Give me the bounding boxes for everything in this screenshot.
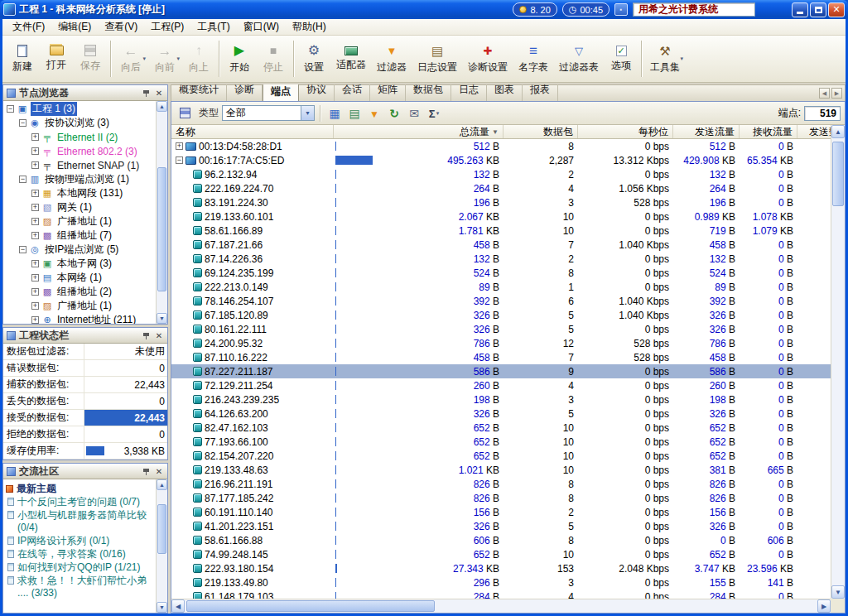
tab-诊断[interactable]: 诊断 xyxy=(227,84,263,101)
save-disk-button[interactable]: 保存 xyxy=(74,38,107,79)
table-row[interactable]: 219.133.48.631.021 KB100 bps381 B665 B5 xyxy=(171,463,831,477)
close-icon[interactable]: ✕ xyxy=(154,88,164,98)
menu-item[interactable]: 帮助(H) xyxy=(286,18,333,36)
expander-icon[interactable]: − xyxy=(19,119,26,127)
column-header[interactable]: 发送数据包 xyxy=(797,125,831,138)
expander-icon[interactable]: + xyxy=(176,142,183,150)
community-scrollbar[interactable]: ▲ ▼ xyxy=(156,479,167,613)
tree-item[interactable]: +▨广播地址 (1) xyxy=(3,299,156,313)
menu-item[interactable]: 窗口(W) xyxy=(237,18,286,36)
table-row[interactable]: 87.110.16.222458 B7528 bps458 B0 B7 xyxy=(171,350,831,364)
tab-概要统计[interactable]: 概要统计 xyxy=(171,84,227,101)
save-view-button[interactable] xyxy=(176,104,194,123)
tree-item[interactable]: +▤本网络 (1) xyxy=(3,271,156,285)
table-row[interactable]: 64.126.63.200326 B50 bps326 B0 B5 xyxy=(171,407,831,421)
expander-icon[interactable]: + xyxy=(31,204,39,211)
table-row[interactable]: 69.124.235.199524 B80 bps524 B0 B8 xyxy=(171,266,831,280)
arrow-up-button[interactable]: 向上 xyxy=(182,38,215,79)
table-row[interactable]: 222.169.224.70264 B41.056 Kbps264 B0 B4 xyxy=(171,181,831,195)
expander-icon[interactable]: + xyxy=(31,232,39,239)
report-button[interactable] xyxy=(345,104,364,123)
expander-icon[interactable]: + xyxy=(31,288,39,296)
table-row[interactable]: 67.187.21.66458 B71.040 Kbps458 B0 B7 xyxy=(171,238,831,252)
tools-button[interactable]: 工具集▾ xyxy=(645,38,685,79)
log-button[interactable]: 日志设置 xyxy=(412,38,462,79)
menu-item[interactable]: 工具(T) xyxy=(190,18,236,36)
indicator-toggle-button[interactable]: ▪ xyxy=(614,3,628,16)
filter-button[interactable] xyxy=(365,104,383,123)
column-header[interactable]: 名称 xyxy=(171,125,334,138)
expander-icon[interactable]: + xyxy=(31,161,39,169)
expander-icon[interactable]: + xyxy=(31,190,39,197)
tree-item[interactable]: −▥按物理端点浏览 (1) xyxy=(3,172,156,186)
column-header[interactable]: 数据包 xyxy=(504,125,578,138)
topic-link[interactable]: 在线等，寻求答案 (0/16) xyxy=(6,548,154,561)
expander-icon[interactable]: + xyxy=(31,133,39,141)
node-tree-scrollbar[interactable]: ▲ ▼ xyxy=(156,101,167,324)
tab-会话[interactable]: 会话 xyxy=(335,84,370,101)
table-horizontal-scrollbar[interactable]: ◀ ▶ xyxy=(171,599,831,613)
table-row[interactable]: 74.99.248.145652 B100 bps652 B0 B10 xyxy=(171,547,831,561)
tab-scroll-left-icon[interactable]: ◀ xyxy=(819,88,830,99)
pin-icon[interactable] xyxy=(142,331,151,340)
tab-日志[interactable]: 日志 xyxy=(451,84,487,101)
close-icon[interactable]: ✕ xyxy=(154,466,164,476)
tree-item[interactable]: +▨广播地址 (1) xyxy=(3,214,156,229)
expander-icon[interactable]: + xyxy=(31,274,39,282)
table-row[interactable]: 87.14.226.36132 B20 bps132 B0 B2 xyxy=(171,252,831,266)
scroll-up-icon[interactable]: ▲ xyxy=(157,479,167,490)
expander-icon[interactable]: − xyxy=(19,246,26,253)
tree-item[interactable]: +▣本地子网 (3) xyxy=(3,257,156,271)
adapter-button[interactable]: 适配器 xyxy=(331,38,371,79)
table-row[interactable]: −00:16:17:7A:C5:ED495.263 KB2,28713.312 … xyxy=(171,153,831,167)
expander-icon[interactable]: + xyxy=(31,316,39,324)
billing-system-box[interactable]: 用希之光计费系统 xyxy=(633,2,755,17)
table-row[interactable]: 222.213.0.14989 B10 bps89 B0 B1 xyxy=(171,280,831,294)
table-row[interactable]: 60.191.110.140156 B20 bps156 B0 B2 xyxy=(171,505,831,519)
table-vertical-scrollbar[interactable]: ▲ ▼ xyxy=(831,125,845,599)
table-row[interactable]: 87.227.211.187586 B90 bps586 B0 B9 xyxy=(171,364,831,378)
names-button[interactable]: 名字表 xyxy=(513,38,553,79)
column-header[interactable]: 总流量▼ xyxy=(334,125,504,138)
tree-item[interactable]: +▦本地网段 (131) xyxy=(3,186,156,200)
arrow-back-button[interactable]: 向后▾ xyxy=(114,38,147,79)
table-row[interactable]: 58.61.166.88606 B80 bps0 B606 B0 xyxy=(171,533,831,547)
topic-link[interactable]: IP网络设计系列 (0/1) xyxy=(6,535,154,548)
table-row[interactable]: 222.93.180.15427.343 KB1532.048 Kbps3.74… xyxy=(171,561,831,575)
column-header[interactable]: 每秒位 xyxy=(578,125,673,138)
tree-item[interactable]: −◎按IP端点浏览 (5) xyxy=(3,243,156,257)
table-row[interactable]: 83.191.224.30196 B3528 bps196 B0 B3 xyxy=(171,195,831,209)
menu-item[interactable]: 文件(F) xyxy=(6,18,51,36)
maximize-button[interactable] xyxy=(810,2,826,17)
table-row[interactable]: 72.129.211.254260 B40 bps260 B0 B4 xyxy=(171,378,831,392)
diag-button[interactable]: 诊断设置 xyxy=(463,38,513,79)
scroll-up-icon[interactable]: ▲ xyxy=(157,101,167,112)
tree-item[interactable]: +╤Ethernet SNAP (1) xyxy=(3,158,156,172)
expander-icon[interactable]: − xyxy=(176,156,183,164)
table-row[interactable]: 219.133.49.80296 B30 bps155 B141 B2 xyxy=(171,575,831,590)
menu-item[interactable]: 查看(V) xyxy=(98,18,144,36)
scroll-right-icon[interactable]: ▶ xyxy=(817,599,831,613)
ftable-button[interactable]: 过滤器表 xyxy=(554,38,604,79)
topic-link[interactable]: 如何找到对方QQ的IP (1/21) xyxy=(6,561,154,575)
new-doc-button[interactable]: 新建 xyxy=(6,38,39,79)
table-row[interactable]: 96.2.132.94132 B20 bps132 B0 B2 xyxy=(171,167,831,181)
table-row[interactable]: 67.185.120.89326 B51.040 Kbps326 B0 B5 xyxy=(171,308,831,322)
table-row[interactable]: 219.133.60.1012.067 KB100 bps0.989 KB1.0… xyxy=(171,209,831,224)
table-row[interactable]: +00:13:D4:58:28:D1512 B80 bps512 B0 B8 xyxy=(171,139,831,153)
scroll-down-icon[interactable]: ▼ xyxy=(157,313,167,324)
minimize-button[interactable] xyxy=(792,2,808,17)
type-filter-select[interactable]: 全部 ▼ xyxy=(222,105,315,121)
table-row[interactable]: 216.96.211.191826 B80 bps826 B0 B8 xyxy=(171,477,831,491)
tree-item[interactable]: −▣工程 1 (3) xyxy=(3,102,156,116)
tab-矩阵[interactable]: 矩阵 xyxy=(370,84,406,101)
table-row[interactable]: 80.161.22.111326 B50 bps326 B0 B5 xyxy=(171,322,831,336)
filter-button[interactable]: 过滤器 xyxy=(372,38,412,79)
table-row[interactable]: 24.200.95.32786 B12528 bps786 B0 B12 xyxy=(171,336,831,350)
close-icon[interactable]: ✕ xyxy=(154,330,164,340)
expander-icon[interactable]: + xyxy=(31,302,39,310)
tree-item[interactable]: −◉按协议浏览 (3) xyxy=(3,116,156,130)
expander-icon[interactable]: − xyxy=(19,176,26,183)
scroll-down-icon[interactable]: ▼ xyxy=(157,602,167,613)
tree-item[interactable]: +╤Ethernet 802.2 (3) xyxy=(3,144,156,158)
